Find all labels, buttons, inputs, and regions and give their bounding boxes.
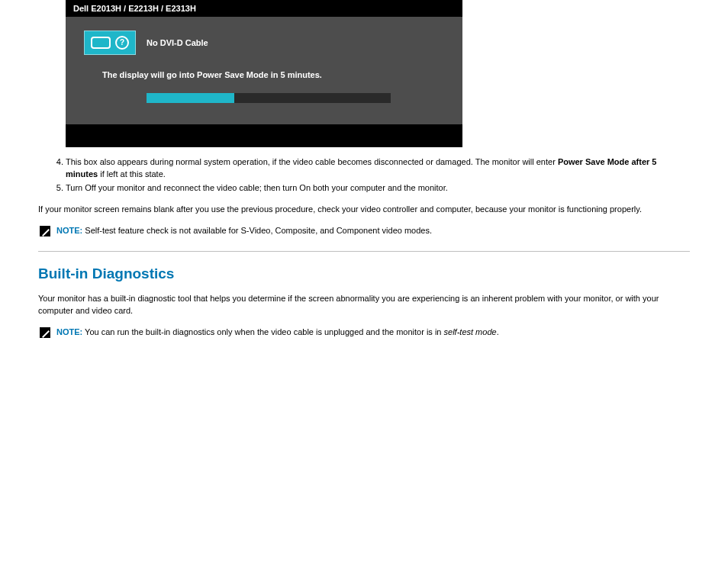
progress-track xyxy=(147,93,391,103)
instruction-list: This box also appears during normal syst… xyxy=(38,156,690,195)
note-text-b: . xyxy=(497,327,499,336)
dialog-body: ? No DVI-D Cable The display will go int… xyxy=(66,17,462,124)
list-item: Turn Off your monitor and reconnect the … xyxy=(66,182,690,195)
cable-icon xyxy=(91,37,111,49)
list-item: This box also appears during normal syst… xyxy=(66,156,690,181)
note-text: Self-test feature check is not available… xyxy=(82,226,432,235)
note-diagnostics: NOTE: You can run the built-in diagnosti… xyxy=(40,327,690,339)
note-text-em: self-test mode xyxy=(444,327,497,336)
blank-screen-paragraph: If your monitor screen remains blank aft… xyxy=(38,204,690,216)
dialog-title: Dell E2013H / E2213H / E2313H xyxy=(66,0,462,17)
instruction-4a: This box also appears during normal syst… xyxy=(66,157,558,166)
diagnostics-paragraph: Your monitor has a built-in diagnostic t… xyxy=(38,293,690,317)
instruction-5: Turn Off your monitor and reconnect the … xyxy=(66,183,448,192)
note-text-a: You can run the built-in diagnostics onl… xyxy=(82,327,443,336)
heading-built-in-diagnostics: Built-in Diagnostics xyxy=(38,265,690,282)
power-save-text: The display will go into Power Save Mode… xyxy=(102,70,444,79)
note-label: NOTE: xyxy=(56,327,82,336)
note-text-wrap: NOTE: You can run the built-in diagnosti… xyxy=(56,327,499,339)
note-selftest: NOTE: Self-test feature check is not ava… xyxy=(40,225,690,237)
help-icon: ? xyxy=(115,36,129,50)
osd-dialog: Dell E2013H / E2213H / E2313H ? No DVI-D… xyxy=(66,0,462,147)
note-icon xyxy=(40,226,50,236)
no-cable-text: No DVI-D Cable xyxy=(147,38,208,47)
dialog-footer xyxy=(66,124,462,147)
cable-icon-box: ? xyxy=(84,31,136,55)
instruction-4c: if left at this state. xyxy=(98,169,166,179)
note-text-wrap: NOTE: Self-test feature check is not ava… xyxy=(56,225,432,237)
progress-fill xyxy=(147,93,234,103)
note-icon xyxy=(40,327,50,338)
note-label: NOTE: xyxy=(56,226,82,235)
section-divider xyxy=(38,251,690,252)
